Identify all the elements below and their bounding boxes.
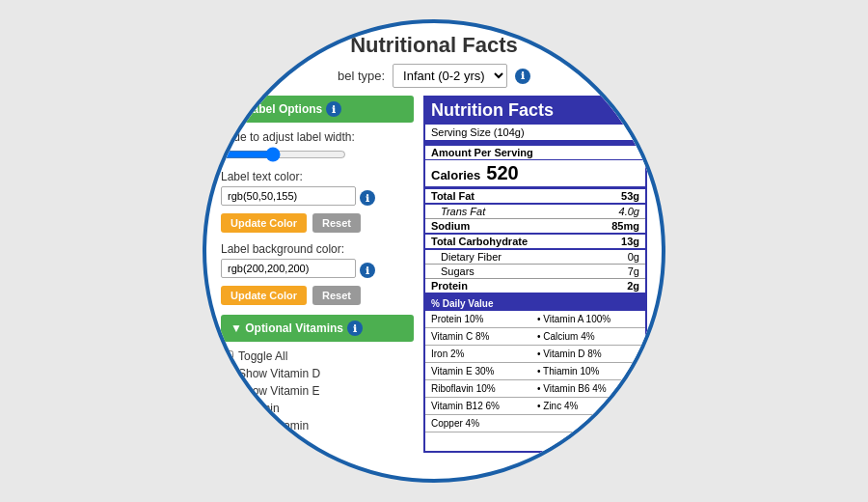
nf-amount: Amount Per Serving [425,146,645,160]
nf-protein-val: 2g [627,280,639,292]
nutrition-panel: Nutrition Facts Serving Size (104g) Amou… [423,96,647,453]
page-title: Nutritional Facts [350,23,518,64]
show-thiamin-row: Thiamin [221,402,414,415]
left-panel: ▼ Label Options ℹ Slide to adjust label … [221,96,414,479]
nf-dv-cell: Vitamin B12 6% [429,400,535,412]
update-bg-color-button[interactable]: Update Color [221,286,307,305]
nf-dv-cell: Protein 10% [429,313,535,325]
label-options-info-icon[interactable]: ℹ [326,101,341,117]
nf-dv-cell: Vitamin E 30% [429,365,535,377]
show-thiamin-checkbox[interactable] [221,403,233,415]
show-vitamin-d-row: Show Vitamin D [221,367,414,380]
show-vitamin-d-label: Show Vitamin D [238,367,320,380]
nf-dv-cell: • Vitamin D 8% [535,348,641,360]
nf-dietary-fiber-val: 0g [628,251,639,263]
bg-color-info-icon[interactable]: ℹ [360,263,375,278]
nf-total-carb-val: 13g [621,236,639,247]
nf-total-carb-label: Total Carbohydrate [431,236,528,247]
reset-text-color-button[interactable]: Reset [312,213,361,233]
nf-dv-cell: • Calcium 4% [535,330,641,343]
nf-serving: Serving Size (104g) [425,125,645,146]
nf-trans-fat: Trans Fat 4.0g [425,205,645,219]
nf-sugars-val: 7g [628,265,639,277]
label-options-label: ▼ Label Options [231,102,322,116]
show-vitamin-label: Show Vitamin [238,419,309,432]
show-vitamin-checkbox[interactable] [221,420,233,432]
nf-total-carb: Total Carbohydrate 13g [425,235,645,250]
nf-calories-row: Calories 520 [425,160,645,189]
toggle-all-row: Toggle All [221,349,414,363]
text-color-input[interactable]: rgb(50,50,155) [221,186,356,206]
bg-color-btn-row: Update Color Reset [221,286,414,305]
nf-title: Nutrition Facts [425,98,645,125]
nf-dv-cell: Copper 4% [429,417,535,430]
nf-calories-label: Calories [431,168,480,182]
show-vitamin-e-label: Show Vitamin E [238,384,320,398]
nf-sugars: Sugars 7g [425,265,645,279]
nf-dv-cell: Vitamin C 8% [429,330,535,343]
bg-color-input[interactable]: rgb(200,200,200) [221,259,356,278]
label-options-button[interactable]: ▼ Label Options ℹ [221,96,414,123]
nf-dv-cell [535,417,641,430]
nf-dv-row: Riboflavin 10%• Vitamin B6 4% [425,380,645,398]
nf-calories-val: 520 [486,162,518,184]
label-width-slider[interactable] [221,147,346,162]
nf-dv-row: Vitamin E 30%• Thiamin 10% [425,363,645,380]
label-type-row: bel type: Infant (0-2 yrs) ℹ [206,64,662,96]
slide-label: Slide to adjust label width: [221,130,414,144]
nf-total-fat: Total Fat 53g [425,189,645,205]
nf-dv-cell: Iron 2% [429,348,535,360]
nf-protein: Protein 2g [425,279,645,296]
nf-sugars-label: Sugars [441,265,475,277]
text-color-label: Label text color: [221,170,414,183]
show-vitamin-e-row: Show Vitamin E [221,384,414,398]
toggle-all-checkbox[interactable] [221,350,233,363]
nf-dv-cell: • Zinc 4% [535,400,641,412]
label-type-select[interactable]: Infant (0-2 yrs) [393,64,507,88]
nf-trans-fat-val: 4.0g [619,206,639,217]
show-thiamin-label: Thiamin [238,402,280,415]
nf-dv-row: Iron 2%• Vitamin D 8% [425,346,645,363]
nf-trans-fat-label: Trans Fat [441,206,485,217]
nf-dv-grid: Protein 10%• Vitamin A 100%Vitamin C 8%•… [425,311,645,432]
nf-dv-row: Vitamin C 8%• Calcium 4% [425,328,645,346]
show-vitamin-row: Show Vitamin [221,419,414,432]
nf-dv-row: Vitamin B12 6%• Zinc 4% [425,398,645,415]
nf-title-text: Nutrition Facts [431,100,554,120]
text-color-btn-row: Update Color Reset [221,213,414,233]
nf-dietary-fiber: Dietary Fiber 0g [425,250,645,265]
label-type-label: bel type: [338,69,385,83]
main-content: ▼ Label Options ℹ Slide to adjust label … [206,96,662,479]
main-circle: Nutritional Facts bel type: Infant (0-2 … [203,19,665,483]
update-text-color-button[interactable]: Update Color [221,213,307,233]
label-type-info-icon[interactable]: ℹ [515,69,530,84]
nf-dv-row: Copper 4% [425,415,645,432]
show-vitamin-d-checkbox[interactable] [221,368,233,380]
nf-dv-cell: • Thiamin 10% [535,365,641,377]
nf-protein-label: Protein [431,280,468,292]
nf-dv-row: Protein 10%• Vitamin A 100% [425,311,645,328]
bg-color-label: Label background color: [221,242,414,256]
optional-vitamins-info-icon[interactable]: ℹ [347,321,363,336]
nf-total-fat-label: Total Fat [431,190,475,202]
nf-dv-cell: • Vitamin B6 4% [535,382,641,395]
reset-bg-color-button[interactable]: Reset [312,286,361,305]
nf-sodium-label: Sodium [431,220,470,232]
optional-vitamins-label: ▼ Optional Vitamins [231,321,343,335]
nf-dietary-fiber-label: Dietary Fiber [441,251,502,263]
text-color-info-icon[interactable]: ℹ [360,190,375,206]
nf-dv-cell: Riboflavin 10% [429,382,535,395]
toggle-all-label: Toggle All [238,349,287,363]
nf-dv-cell: • Vitamin A 100% [535,313,641,325]
show-vitamin-e-checkbox[interactable] [221,385,233,398]
nf-total-fat-val: 53g [621,190,639,202]
nf-sodium-val: 85mg [611,220,639,232]
nf-sodium: Sodium 85mg [425,219,645,235]
nf-daily-header: % Daily Value [425,296,645,311]
optional-vitamins-button[interactable]: ▼ Optional Vitamins ℹ [221,315,414,342]
